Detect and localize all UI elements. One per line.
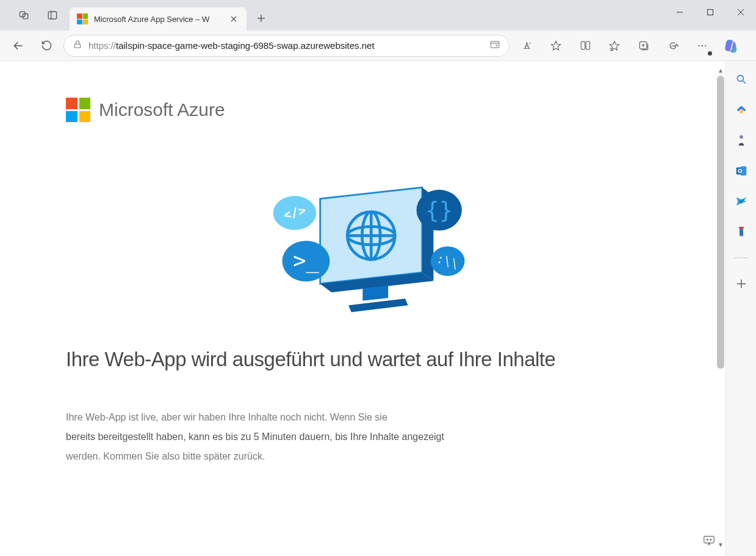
scrollbar[interactable]: ▲ ▼ [717, 66, 724, 549]
workspaces-icon[interactable] [12, 3, 37, 27]
read-aloud-icon[interactable] [516, 35, 538, 57]
tab-actions-icon[interactable] [40, 3, 65, 27]
svg-rect-0 [20, 12, 25, 16]
lock-icon [73, 40, 82, 51]
title-bar: Microsoft Azure App Service – W [0, 0, 756, 31]
svg-rect-47 [704, 536, 715, 543]
svg-rect-18 [581, 42, 585, 49]
svg-rect-14 [491, 42, 499, 48]
svg-marker-33 [348, 298, 408, 312]
svg-rect-19 [586, 42, 589, 49]
sidebar-send-icon[interactable] [734, 194, 749, 209]
favicon-icon [77, 13, 88, 24]
window-close-button[interactable] [725, 0, 756, 24]
svg-rect-2 [48, 12, 57, 19]
copilot-icon[interactable] [721, 35, 743, 57]
svg-text:>_: >_ [293, 248, 319, 273]
svg-text:{}: {} [425, 197, 453, 223]
svg-point-53 [740, 135, 743, 139]
svg-point-50 [737, 75, 743, 81]
page-heading: Ihre Web-App wird ausgeführt und wartet … [66, 348, 664, 371]
svg-point-49 [710, 539, 711, 540]
svg-line-51 [743, 81, 745, 84]
favorite-icon[interactable] [545, 35, 567, 57]
sidebar-shopping-icon[interactable] [734, 103, 749, 117]
azure-logo: Microsoft Azure [66, 98, 664, 122]
performance-icon[interactable] [662, 35, 684, 57]
hero-illustration: </> >_ {} :\\ [66, 165, 664, 323]
svg-point-28 [705, 45, 706, 46]
scroll-up-icon[interactable]: ▲ [717, 66, 724, 74]
brand-text: Microsoft Azure [99, 99, 225, 120]
address-bar[interactable]: https://tailspin-space-game-web-staging-… [63, 35, 509, 57]
svg-point-27 [702, 45, 703, 46]
feedback-icon[interactable] [702, 534, 717, 549]
svg-rect-52 [740, 109, 743, 114]
new-tab-button[interactable] [250, 7, 272, 29]
svg-rect-58 [739, 227, 744, 229]
edge-sidebar [725, 61, 756, 556]
svg-rect-13 [74, 44, 80, 48]
sidebar-tools-icon[interactable] [734, 225, 749, 239]
browser-tab[interactable]: Microsoft Azure App Service – W [70, 7, 247, 31]
more-icon[interactable] [691, 35, 713, 57]
svg-point-48 [707, 539, 708, 540]
favorites-list-icon[interactable] [603, 35, 625, 57]
microsoft-flag-icon [66, 98, 90, 122]
collections-icon[interactable] [633, 35, 655, 57]
svg-rect-59 [740, 229, 743, 236]
close-tab-button[interactable] [228, 13, 239, 24]
svg-marker-20 [610, 41, 619, 50]
maximize-button[interactable] [695, 0, 725, 24]
scroll-down-icon[interactable]: ▼ [717, 540, 724, 549]
sidebar-games-icon[interactable] [734, 133, 749, 148]
sidebar-divider [734, 258, 749, 258]
body-line-1: Ihre Web-App ist live, aber wir haben Ih… [66, 412, 387, 422]
svg-rect-9 [708, 10, 713, 15]
browser-toolbar: https://tailspin-space-game-web-staging-… [0, 31, 756, 61]
refresh-button[interactable] [35, 35, 57, 57]
url-text: https://tailspin-space-game-web-staging-… [88, 40, 483, 51]
svg-point-26 [699, 45, 700, 46]
minimize-button[interactable] [664, 0, 695, 24]
page-viewport: Microsoft Azure [5, 61, 725, 556]
page-body: Ihre Web-App ist live, aber wir haben Ih… [66, 408, 530, 466]
sidebar-outlook-icon[interactable] [734, 164, 749, 178]
body-line-2: werden. Kommen Sie also bitte später zur… [66, 451, 265, 461]
tab-title: Microsoft Azure App Service – W [94, 15, 222, 24]
svg-point-57 [738, 170, 741, 172]
svg-marker-17 [552, 41, 561, 50]
back-button[interactable] [7, 35, 29, 57]
split-screen-icon[interactable] [574, 35, 596, 57]
body-strong: bereits bereitgestellt haben, kann es bi… [66, 431, 444, 442]
svg-rect-1 [23, 14, 28, 19]
sidebar-add-icon[interactable] [734, 276, 749, 291]
scroll-thumb[interactable] [717, 76, 724, 369]
sidebar-search-icon[interactable] [734, 72, 749, 87]
enter-immersive-icon[interactable] [489, 39, 500, 52]
